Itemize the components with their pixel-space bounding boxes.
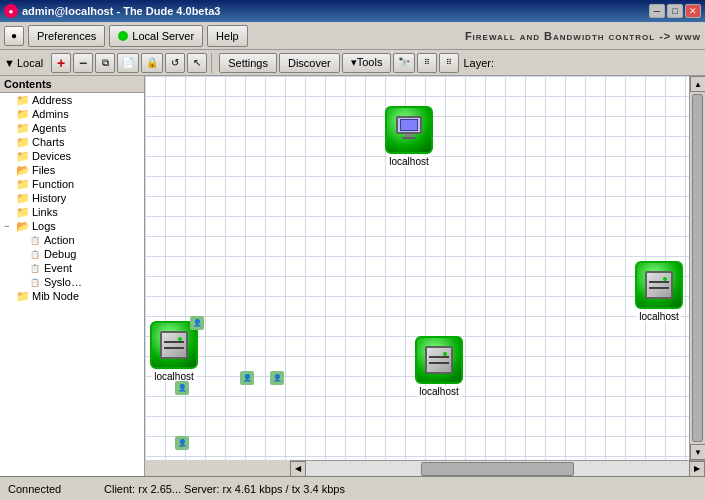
server-graphic — [157, 328, 191, 362]
titlebar-controls[interactable]: ─ □ ✕ — [649, 4, 701, 18]
monitor-screen — [400, 119, 418, 131]
log-icon: 📋 — [28, 276, 42, 288]
scroll-down-button[interactable]: ▼ — [690, 444, 705, 460]
small-node-1: 👤 — [190, 316, 204, 330]
item-label: Debug — [44, 248, 76, 260]
sidebar-item-admins[interactable]: 📁 Admins — [0, 107, 144, 121]
horizontal-scrollbar[interactable]: ◀ ▶ — [290, 460, 705, 476]
network-node-1[interactable]: localhost — [385, 106, 433, 167]
menubar: ● Preferences Local Server Help Firewall… — [0, 22, 705, 50]
sidebar: Contents 📁 Address 📁 Admins 📁 Agents 📁 C… — [0, 76, 145, 476]
app-icon-btn[interactable]: ● — [4, 26, 24, 46]
sidebar-item-mibnode[interactable]: 📁 Mib Node — [0, 289, 144, 303]
scroll-track[interactable] — [306, 461, 689, 477]
small-icon: 👤 — [175, 381, 189, 395]
help-button[interactable]: Help — [207, 25, 248, 47]
item-label: Files — [32, 164, 55, 176]
app-icon: ● — [4, 4, 18, 18]
node-icon-server — [635, 261, 683, 309]
small-icon: 👤 — [240, 371, 254, 385]
refresh-button[interactable]: ↺ — [165, 53, 185, 73]
sidebar-item-charts[interactable]: 📁 Charts — [0, 135, 144, 149]
item-label: Mib Node — [32, 290, 79, 302]
server-status-dot — [118, 31, 128, 41]
remove-button[interactable]: − — [73, 53, 93, 73]
pointer-tool[interactable]: ↖ — [187, 53, 207, 73]
dots-button2[interactable]: ⠿ — [439, 53, 459, 73]
sidebar-header: Contents — [0, 76, 144, 93]
local-server-label: Local Server — [132, 30, 194, 42]
node-icon-computer — [385, 106, 433, 154]
sidebar-item-agents[interactable]: 📁 Agents — [0, 121, 144, 135]
sidebar-item-action[interactable]: 📋 Action — [0, 233, 144, 247]
sidebar-item-event[interactable]: 📋 Event — [0, 261, 144, 275]
add-button[interactable]: + — [51, 53, 71, 73]
monitor-base — [402, 137, 416, 139]
folder-icon: 📁 — [16, 192, 30, 204]
titlebar-left: ● admin@localhost - The Dude 4.0beta3 — [4, 4, 220, 18]
local-text: Local — [17, 57, 43, 69]
network-node-2[interactable]: localhost — [635, 261, 683, 322]
preferences-button[interactable]: Preferences — [28, 25, 105, 47]
sidebar-item-address[interactable]: 📁 Address — [0, 93, 144, 107]
server-box — [645, 271, 673, 299]
maximize-button[interactable]: □ — [667, 4, 683, 18]
titlebar: ● admin@localhost - The Dude 4.0beta3 ─ … — [0, 0, 705, 22]
server-line — [649, 281, 669, 283]
local-server-button[interactable]: Local Server — [109, 25, 203, 47]
item-label: Event — [44, 262, 72, 274]
lock-button[interactable]: 🔒 — [141, 53, 163, 73]
item-label: Devices — [32, 150, 71, 162]
item-label: Agents — [32, 122, 66, 134]
collapse-icon: − — [4, 221, 14, 231]
folder-icon: 📁 — [16, 178, 30, 190]
server-line — [164, 347, 184, 349]
tools-button[interactable]: ▾Tools — [342, 53, 392, 73]
small-node-5: 👤 — [175, 436, 189, 450]
paste-button[interactable]: 📄 — [117, 53, 139, 73]
settings-button[interactable]: Settings — [219, 53, 277, 73]
folder-icon: 📁 — [16, 136, 30, 148]
small-icon: 👤 — [190, 316, 204, 330]
folder-icon: 📁 — [16, 94, 30, 106]
item-label: Address — [32, 94, 72, 106]
close-button[interactable]: ✕ — [685, 4, 701, 18]
item-label: Function — [32, 178, 74, 190]
sidebar-item-history[interactable]: 📁 History — [0, 191, 144, 205]
binoculars-button[interactable]: 🔭 — [393, 53, 415, 73]
network-node-3[interactable]: localhost — [150, 321, 198, 382]
sidebar-item-syslog[interactable]: 📋 Syslo… — [0, 275, 144, 289]
item-label: History — [32, 192, 66, 204]
copy-button[interactable]: ⧉ — [95, 53, 115, 73]
folder-icon: 📁 — [16, 122, 30, 134]
vertical-scrollbar[interactable]: ▲ ▼ — [689, 76, 705, 460]
item-label: Charts — [32, 136, 64, 148]
sidebar-item-function[interactable]: 📁 Function — [0, 177, 144, 191]
small-node-3: 👤 — [270, 371, 284, 385]
node-label-4: localhost — [417, 386, 460, 397]
scroll-left-button[interactable]: ◀ — [290, 461, 306, 477]
layer-label: Layer: — [463, 57, 494, 69]
scroll-thumb-h[interactable] — [421, 462, 574, 476]
dots-button1[interactable]: ⠿ — [417, 53, 437, 73]
server-line — [164, 341, 184, 343]
sidebar-item-devices[interactable]: 📁 Devices — [0, 149, 144, 163]
scroll-up-button[interactable]: ▲ — [690, 76, 705, 92]
discover-button[interactable]: Discover — [279, 53, 340, 73]
folder-icon: 📁 — [16, 290, 30, 302]
server-graphic — [422, 343, 456, 377]
network-node-4[interactable]: localhost — [415, 336, 463, 397]
scroll-right-button[interactable]: ▶ — [689, 461, 705, 477]
minimize-button[interactable]: ─ — [649, 4, 665, 18]
sidebar-item-logs[interactable]: − 📂 Logs — [0, 219, 144, 233]
sidebar-item-files[interactable]: 📂 Files — [0, 163, 144, 177]
server-led — [663, 277, 667, 281]
network-canvas[interactable]: localhost localhost — [145, 76, 689, 460]
item-label: Admins — [32, 108, 69, 120]
sidebar-item-debug[interactable]: 📋 Debug — [0, 247, 144, 261]
sidebar-item-links[interactable]: 📁 Links — [0, 205, 144, 219]
scroll-thumb[interactable] — [692, 94, 703, 442]
main-area: Contents 📁 Address 📁 Admins 📁 Agents 📁 C… — [0, 76, 705, 476]
server-box — [425, 346, 453, 374]
log-icon: 📋 — [28, 248, 42, 260]
